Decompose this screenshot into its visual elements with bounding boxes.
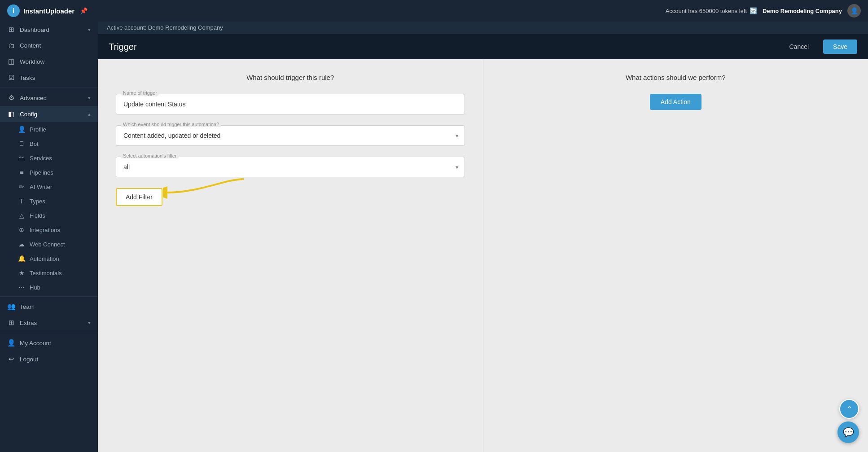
sidebar-label-services: Services	[30, 155, 52, 162]
company-name: Demo Remodeling Company	[763, 8, 842, 14]
sidebar-label-my-account: My Account	[20, 340, 51, 347]
sidebar-label-advanced: Advanced	[20, 95, 47, 101]
sidebar-item-types[interactable]: T Types	[0, 194, 98, 208]
sidebar-item-profile[interactable]: 👤 Profile	[0, 122, 98, 136]
main-layout: ⊞ Dashboard ▾ 🗂 Content ◫ Workflow ☑ Tas…	[0, 22, 868, 452]
right-section-title: What actions should we perform?	[501, 74, 850, 81]
chevron-extras: ▾	[88, 320, 91, 326]
sidebar-item-ai-writer[interactable]: ✏ AI Writer	[0, 180, 98, 194]
config-icon: ◧	[7, 110, 15, 118]
sidebar-label-integrations: Integrations	[30, 227, 60, 233]
bot-icon: 🗒	[18, 140, 25, 147]
sidebar-item-testimonials[interactable]: ★ Testimonials	[0, 266, 98, 280]
token-info: Account has 650000 tokens left 🔄	[666, 7, 757, 14]
event-select-wrapper: Content added, updated or deleted ▾	[116, 125, 465, 146]
name-of-trigger-input[interactable]	[116, 94, 465, 114]
sidebar-label-config: Config	[20, 111, 37, 118]
top-header: i InstantUploader 📌 Account has 650000 t…	[0, 0, 868, 22]
sidebar-item-workflow[interactable]: ◫ Workflow	[0, 53, 98, 70]
token-text: Account has 650000 tokens left	[666, 8, 747, 14]
filter-select[interactable]: all	[116, 157, 465, 177]
sidebar: ⊞ Dashboard ▾ 🗂 Content ◫ Workflow ☑ Tas…	[0, 22, 98, 452]
event-trigger-select[interactable]: Content added, updated or deleted	[116, 125, 465, 146]
sidebar-item-integrations[interactable]: ⊕ Integrations	[0, 223, 98, 237]
services-icon: 🗃	[18, 154, 25, 162]
automation-icon: 🔔	[18, 255, 25, 262]
sidebar-label-testimonials: Testimonials	[30, 270, 62, 276]
team-icon: 👥	[7, 303, 15, 311]
sidebar-label-ai-writer: AI Writer	[30, 184, 52, 190]
add-action-button[interactable]: Add Action	[650, 94, 701, 110]
sidebar-item-logout[interactable]: ↩ Logout	[0, 351, 98, 367]
sidebar-item-hub[interactable]: ⋯ Hub	[0, 280, 98, 294]
sidebar-item-pipelines[interactable]: ≡ Pipelines	[0, 165, 98, 180]
sidebar-item-content[interactable]: 🗂 Content	[0, 38, 98, 53]
sidebar-label-pipelines: Pipelines	[30, 169, 53, 176]
types-icon: T	[18, 197, 25, 205]
sidebar-label-logout: Logout	[20, 356, 38, 363]
sidebar-item-fields[interactable]: △ Fields	[0, 208, 98, 223]
chevron-config: ▴	[88, 111, 91, 117]
sidebar-label-team: Team	[20, 303, 35, 310]
divider-2	[0, 296, 98, 297]
content-area: Active account: Demo Remodeling Company …	[98, 22, 868, 452]
sidebar-label-fields: Fields	[30, 212, 45, 219]
hub-icon: ⋯	[18, 284, 25, 291]
scroll-top-button[interactable]: ⌃	[839, 399, 859, 419]
workflow-icon: ◫	[7, 57, 15, 66]
advanced-icon: ⚙	[7, 94, 15, 102]
filter-select-wrapper: all ▾	[116, 157, 465, 177]
event-trigger-group: Which event should trigger this automati…	[116, 125, 465, 146]
add-filter-container: Add Filter	[116, 188, 162, 206]
content-icon: 🗂	[7, 42, 15, 49]
sidebar-item-automation[interactable]: 🔔 Automation	[0, 251, 98, 266]
logout-icon: ↩	[7, 355, 15, 363]
sidebar-label-extras: Extras	[20, 320, 37, 326]
sidebar-item-dashboard[interactable]: ⊞ Dashboard ▾	[0, 22, 98, 38]
sidebar-item-extras[interactable]: ⊞ Extras ▾	[0, 315, 98, 331]
chevron-advanced: ▾	[88, 95, 91, 101]
trigger-body: What should trigger this rule? Name of t…	[98, 59, 868, 452]
sidebar-item-my-account[interactable]: 👤 My Account	[0, 335, 98, 351]
sidebar-item-services[interactable]: 🗃 Services	[0, 151, 98, 165]
my-account-icon: 👤	[7, 339, 15, 347]
sidebar-item-tasks[interactable]: ☑ Tasks	[0, 70, 98, 86]
add-action-container: Add Action	[501, 94, 850, 110]
sidebar-item-team[interactable]: 👥 Team	[0, 298, 98, 315]
sidebar-label-hub: Hub	[30, 284, 40, 291]
trigger-header: Trigger Cancel Save	[98, 34, 868, 59]
integrations-icon: ⊕	[18, 226, 25, 233]
testimonials-icon: ★	[18, 269, 25, 276]
sidebar-item-bot[interactable]: 🗒 Bot	[0, 136, 98, 151]
active-account-bar: Active account: Demo Remodeling Company	[98, 22, 868, 34]
chat-widget-button[interactable]: 💬	[837, 421, 859, 443]
sidebar-label-workflow: Workflow	[20, 58, 44, 65]
sidebar-item-advanced[interactable]: ⚙ Advanced ▾	[0, 90, 98, 106]
filter-label: Select automation's filter	[121, 153, 179, 158]
sidebar-label-bot: Bot	[30, 140, 39, 147]
sidebar-label-web-connect: Web Connect	[30, 241, 65, 248]
sidebar-item-web-connect[interactable]: ☁ Web Connect	[0, 237, 98, 251]
cancel-button[interactable]: Cancel	[780, 39, 818, 54]
scroll-up-icon: ⌃	[846, 405, 852, 413]
pin-icon: 📌	[80, 7, 88, 14]
divider-3	[0, 333, 98, 333]
app-name: InstantUploader	[23, 7, 75, 15]
extras-icon: ⊞	[7, 319, 15, 327]
divider-1	[0, 88, 98, 88]
header-left: i InstantUploader 📌	[7, 4, 88, 17]
trigger-left-panel: What should trigger this rule? Name of t…	[98, 59, 483, 452]
sidebar-item-config[interactable]: ◧ Config ▴	[0, 106, 98, 122]
page-title: Trigger	[109, 42, 137, 52]
sidebar-label-content: Content	[20, 42, 41, 49]
save-button[interactable]: Save	[823, 39, 857, 54]
name-of-trigger-label: Name of trigger	[121, 90, 159, 96]
header-right: Account has 650000 tokens left 🔄 Demo Re…	[666, 4, 861, 18]
sidebar-label-types: Types	[30, 198, 45, 205]
add-filter-button[interactable]: Add Filter	[116, 188, 162, 206]
pipelines-icon: ≡	[18, 169, 25, 176]
refresh-icon[interactable]: 🔄	[750, 7, 757, 14]
chevron-dashboard: ▾	[88, 27, 91, 33]
profile-icon: 👤	[18, 126, 25, 133]
tasks-icon: ☑	[7, 74, 15, 82]
